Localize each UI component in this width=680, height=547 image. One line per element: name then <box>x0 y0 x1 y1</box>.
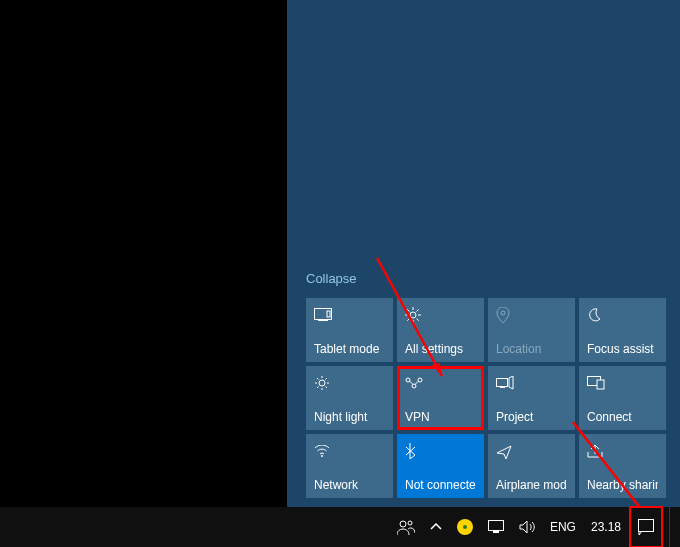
tile-label: VPN <box>405 410 476 424</box>
collapse-link[interactable]: Collapse <box>306 271 357 286</box>
svg-line-19 <box>326 387 328 389</box>
tile-location[interactable]: Location <box>488 298 575 362</box>
tile-label: All settings <box>405 342 476 356</box>
svg-line-8 <box>407 309 409 311</box>
svg-rect-40 <box>493 531 499 533</box>
svg-line-25 <box>410 381 414 385</box>
svg-rect-2 <box>327 311 330 317</box>
notifications-icon[interactable] <box>630 507 662 547</box>
svg-point-31 <box>321 455 323 457</box>
tile-label: Not connected <box>405 478 476 492</box>
tile-tablet-mode[interactable]: Tablet mode <box>306 298 393 362</box>
tile-label: Connect <box>587 410 658 424</box>
svg-line-9 <box>417 319 419 321</box>
gear-icon <box>405 306 476 324</box>
project-icon <box>496 374 567 392</box>
airplane-icon <box>496 442 567 460</box>
wifi-icon <box>314 442 385 460</box>
desktop-area <box>0 0 287 507</box>
tile-network[interactable]: Network <box>306 434 393 498</box>
tray-monitor-icon[interactable] <box>482 507 510 547</box>
tile-bluetooth[interactable]: Not connected <box>397 434 484 498</box>
svg-rect-28 <box>500 386 505 388</box>
tile-connect[interactable]: Connect <box>579 366 666 430</box>
svg-line-21 <box>317 387 319 389</box>
svg-rect-1 <box>318 319 328 321</box>
vpn-icon <box>405 374 476 392</box>
connect-icon <box>587 374 658 392</box>
tile-nearby-sharing[interactable]: Nearby sharing <box>579 434 666 498</box>
svg-point-37 <box>408 521 412 525</box>
svg-rect-27 <box>497 379 508 387</box>
clock[interactable]: 23.18 <box>585 507 627 547</box>
tile-focus-assist[interactable]: Focus assist <box>579 298 666 362</box>
quick-action-tiles: Tablet mode All settings Location Focus … <box>306 298 666 498</box>
tile-airplane-mode[interactable]: Airplane mode <box>488 434 575 498</box>
tile-label: Location <box>496 342 567 356</box>
volume-icon[interactable] <box>513 507 541 547</box>
tile-label: Tablet mode <box>314 342 385 356</box>
tile-all-settings[interactable]: All settings <box>397 298 484 362</box>
tile-label: Airplane mode <box>496 478 567 492</box>
tile-label: Night light <box>314 410 385 424</box>
svg-point-3 <box>410 312 416 318</box>
svg-rect-39 <box>488 521 503 531</box>
tile-project[interactable]: Project <box>488 366 575 430</box>
sun-icon <box>314 374 385 392</box>
svg-line-20 <box>326 378 328 380</box>
svg-point-13 <box>319 380 325 386</box>
screen: Collapse Tablet mode All settings Locati… <box>0 0 680 547</box>
svg-line-10 <box>417 309 419 311</box>
svg-line-26 <box>415 381 419 385</box>
tile-label: Project <box>496 410 567 424</box>
svg-line-11 <box>407 319 409 321</box>
tablet-icon <box>314 306 385 324</box>
svg-point-38 <box>463 525 467 529</box>
moon-icon <box>587 306 658 324</box>
share-icon <box>587 442 658 460</box>
tray-app-icon[interactable] <box>451 507 479 547</box>
tile-vpn[interactable]: VPN <box>397 366 484 430</box>
bluetooth-icon <box>405 442 476 460</box>
location-icon <box>496 306 567 324</box>
tile-night-light[interactable]: Night light <box>306 366 393 430</box>
tray-chevron-icon[interactable] <box>424 507 448 547</box>
show-desktop-button[interactable] <box>669 507 675 547</box>
tile-label: Focus assist <box>587 342 658 356</box>
svg-rect-41 <box>639 520 654 532</box>
action-center-panel: Collapse Tablet mode All settings Locati… <box>287 0 680 507</box>
language-indicator[interactable]: ENG <box>544 507 582 547</box>
tile-label: Nearby sharing <box>587 478 658 492</box>
svg-point-36 <box>400 521 406 527</box>
svg-rect-30 <box>597 380 604 389</box>
people-icon[interactable] <box>391 507 421 547</box>
taskbar: ENG 23.18 <box>0 507 680 547</box>
svg-point-12 <box>501 311 505 315</box>
tile-label: Network <box>314 478 385 492</box>
svg-line-18 <box>317 378 319 380</box>
